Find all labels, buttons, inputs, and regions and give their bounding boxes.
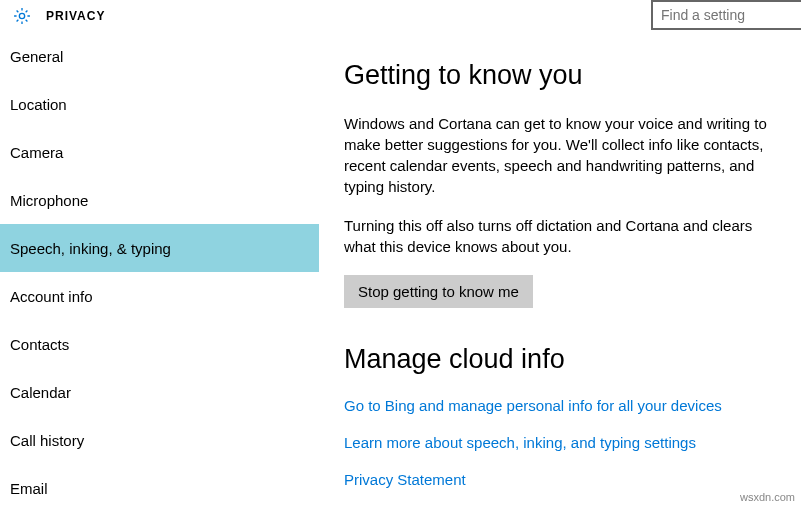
sidebar-item-contacts[interactable]: Contacts (0, 320, 319, 368)
section-heading-getting-to-know-you: Getting to know you (344, 60, 785, 91)
description-paragraph: Turning this off also turns off dictatio… (344, 215, 785, 257)
sidebar-item-speech-inking-typing[interactable]: Speech, inking, & typing (0, 224, 319, 272)
sidebar-item-location[interactable]: Location (0, 80, 319, 128)
sidebar-item-account-info[interactable]: Account info (0, 272, 319, 320)
stop-getting-to-know-me-button[interactable]: Stop getting to know me (344, 275, 533, 308)
svg-point-0 (19, 13, 24, 18)
sidebar-item-call-history[interactable]: Call history (0, 416, 319, 464)
sidebar-item-label: Camera (10, 144, 63, 161)
sidebar-item-label: Email (10, 480, 48, 497)
link-bing-manage-personal-info[interactable]: Go to Bing and manage personal info for … (344, 397, 785, 414)
section-heading-manage-cloud-info: Manage cloud info (344, 344, 785, 375)
page-title: PRIVACY (46, 9, 105, 23)
sidebar-item-camera[interactable]: Camera (0, 128, 319, 176)
sidebar-item-label: Location (10, 96, 67, 113)
sidebar-item-general[interactable]: General (0, 32, 319, 80)
link-learn-more-speech-inking-typing[interactable]: Learn more about speech, inking, and typ… (344, 434, 785, 451)
sidebar-item-label: Call history (10, 432, 84, 449)
sidebar-item-label: Account info (10, 288, 93, 305)
sidebar-item-label: Calendar (10, 384, 71, 401)
main-content: Getting to know you Windows and Cortana … (320, 32, 801, 507)
layout: General Location Camera Microphone Speec… (0, 32, 801, 507)
watermark: wsxdn.com (740, 491, 795, 503)
gear-icon (12, 6, 32, 26)
link-privacy-statement[interactable]: Privacy Statement (344, 471, 785, 488)
sidebar-item-label: Speech, inking, & typing (10, 240, 171, 257)
description-paragraph: Windows and Cortana can get to know your… (344, 113, 785, 197)
search-input[interactable] (651, 0, 801, 30)
search-container (651, 0, 801, 30)
sidebar-item-label: Contacts (10, 336, 69, 353)
sidebar-item-email[interactable]: Email (0, 464, 319, 507)
sidebar-item-microphone[interactable]: Microphone (0, 176, 319, 224)
sidebar-item-calendar[interactable]: Calendar (0, 368, 319, 416)
sidebar: General Location Camera Microphone Speec… (0, 32, 320, 507)
sidebar-item-label: Microphone (10, 192, 88, 209)
sidebar-item-label: General (10, 48, 63, 65)
